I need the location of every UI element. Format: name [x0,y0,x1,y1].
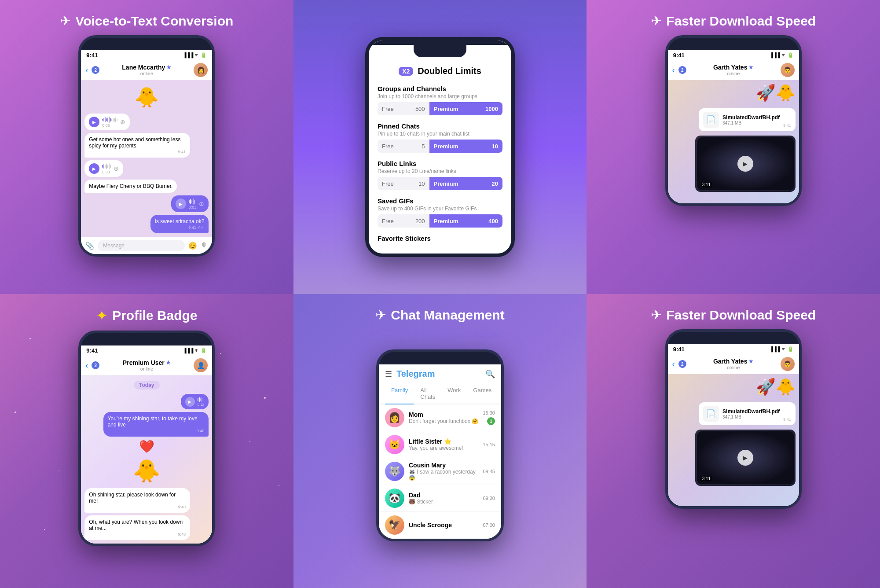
back-button-3[interactable]: ‹ [672,66,675,75]
avatar-cousin: 🐺 [385,462,404,481]
status-time-1: 9:41 [86,52,98,59]
limit-row-gifs: Saved GIFs Save up to 400 GIFs in your F… [378,197,502,228]
emoji-icon-1[interactable]: 😊 [188,242,197,250]
video-duration-3: 3:11 [700,182,712,187]
sticker-space-6: 🚀🐥 [671,378,796,396]
limit-bar-links: Free 10 Premium 20 [378,177,502,190]
chat-header-1: ‹ 2 Lane Mccarthy ★ online 👩 [81,60,212,80]
limit-bar-gifs: Free 200 Premium 400 [378,214,502,228]
chat-status-3: online [690,71,777,76]
pdf-info-3: SimulatedDwarfBH.pdf 347.1 MB [722,114,780,125]
sticker-duck-1: 🐥 [135,86,159,109]
limit-row-stickers: Favorite Stickers [378,235,502,242]
chat-item-mom[interactable]: 👩 Mom Don't forget your lunchbox 🤗 15:30… [379,404,501,431]
waveform-sent: 0:03 [189,198,197,209]
waveform-4: 0:12 [198,397,205,407]
play-button-2[interactable]: ▶ [89,163,99,174]
expand-icon-2: ⊕ [114,165,119,172]
tab-family[interactable]: Family [385,383,414,404]
msg-bubble-2: Maybe Fiery Cherry or BBQ Burner. [84,180,177,193]
limit-free-pinned: Free 5 [378,140,429,153]
status-icons-3: ▐▐▐ ᯤ 🔋 [770,52,794,58]
video-thumb-6: ▶ 3:11 [695,430,796,486]
chat-bg-3: 🚀🐥 📄 SimulatedDwarfBH.pdf 347.1 MB 9:41 … [668,80,799,203]
message-input-1[interactable]: Message [98,240,185,251]
mic-icon-1[interactable]: 🎙 [201,242,208,250]
phone-6: 9:41 ▐▐▐ ᯤ 🔋 ‹ 2 Garth Yates ★ online 👨 … [665,329,802,509]
telegram-icon-3: ✈ [651,13,662,29]
cell-4-title: Profile Badge [112,308,197,323]
limits-title: Doubled Limits [418,66,481,76]
status-bar-6: 9:41 ▐▐▐ ᯤ 🔋 [668,344,799,354]
cell-6-title: Faster Download Speed [666,308,816,323]
chat-item-uncle[interactable]: 🦅 Uncle Scrooge 07:00 [379,512,501,539]
limit-free-links: Free 10 [378,177,429,190]
pdf-icon-3: 📄 [703,112,719,128]
cell-faster-download-top: ✈ Faster Download Speed 9:41 ▐▐▐ ᯤ 🔋 ‹ 2… [587,0,880,294]
cell-profile-badge: ✦ Profile Badge 9:41 ▐▐▐ ᯤ 🔋 ‹ 2 Premium… [0,294,293,588]
meta-cousin: 09:45 [483,469,495,474]
chat-item-cousin[interactable]: 🐺 Cousin Mary 🦝 I saw a racoon yesterday… [379,458,501,485]
phone-1-screen: 9:41 ▐▐▐ ᯤ 🔋 ‹ 2 Lane Mccarthy ★ online … [81,50,212,254]
waveform-2: 0:03 [102,163,111,174]
heart-area: ❤️ [84,439,209,454]
avatar-dad: 🐼 [385,489,404,508]
play-video-btn-6[interactable]: ▶ [737,450,753,466]
limit-bar-groups: Free 500 Premium 1000 [378,102,502,115]
limit-label-pinned: Pinned Chats [378,122,502,130]
info-uncle: Uncle Scrooge [409,522,478,529]
cell-3-title: Faster Download Speed [666,14,816,29]
limit-label-links: Public Links [378,160,502,167]
chat-badge-3: 2 [678,66,686,74]
tab-games[interactable]: Games [467,383,498,404]
back-button-6[interactable]: ‹ [672,360,675,369]
play-voice-4[interactable]: ▶ [185,397,195,407]
meta-uncle: 07:00 [483,522,495,528]
video-thumb-3: ▶ 3:11 [695,136,796,192]
phone-3-screen: 9:41 ▐▐▐ ᯤ 🔋 ‹ 2 Garth Yates ★ online 👨 … [668,50,799,203]
today-badge-4: Today [134,381,159,390]
chat-user-info-4: Premium User ★ online [103,359,190,371]
status-icons-4: ▐▐▐ ᯤ 🔋 [183,348,207,353]
status-time-3: 9:41 [673,52,685,59]
meta-sister: 15:15 [483,442,495,447]
status-bar-1: 9:41 ▐▐▐ ᯤ 🔋 [81,50,212,60]
chat-item-sister[interactable]: 🐱 Little Sister ⭐ Yay, you are awesome! … [379,431,501,458]
menu-icon-5[interactable]: ☰ [385,369,392,379]
back-button-4[interactable]: ‹ [85,361,88,370]
premium-star-1: ★ [166,64,171,70]
chat-avatar-1: 👩 [194,63,208,77]
info-cousin: Cousin Mary 🦝 I saw a racoon yesterday 😨 [409,462,478,481]
msg-bubble-1: Get some hot ones and something less spi… [84,133,190,158]
tab-work[interactable]: Work [441,383,467,404]
chat-item-dad[interactable]: 🐼 Dad 🐻 Sticker 09:20 [379,485,501,512]
search-icon-5[interactable]: 🔍 [485,369,495,379]
info-dad: Dad 🐻 Sticker [409,492,478,505]
attachment-icon-1[interactable]: 📎 [85,242,94,250]
cell-3-title-area: ✈ Faster Download Speed [651,13,816,29]
chat-bg-4: Today ▶ 0:12 You're my s [81,375,212,544]
play-sent-1[interactable]: ▶ [176,198,186,209]
preview-dad: 🐻 Sticker [409,499,478,505]
meta-mom: 15:30 1 [483,410,495,425]
limit-sublabel-pinned: Pin up to 10 chats in your main chat lis… [378,131,502,137]
play-button-1[interactable]: ▶ [89,117,99,127]
name-sister: Little Sister ⭐ [409,438,478,445]
phone-3-notch [707,38,760,50]
heart-emoji: ❤️ [139,439,154,454]
voice-bubble-4: ▶ 0:12 [181,394,209,409]
phone-5-notch [414,352,466,364]
status-time-6: 9:41 [673,346,685,353]
limit-free-gifs: Free 200 [378,214,429,228]
phone-5: ☰ Telegram 🔍 Family All Chats Work Games… [376,349,504,541]
back-button-1[interactable]: ‹ [85,66,88,75]
tab-all-chats[interactable]: All Chats [414,383,441,404]
cell-4-title-area: ✦ Profile Badge [96,307,197,324]
chat-username-3: Garth Yates ★ [690,64,777,71]
waveform-1: 0:06 [102,116,117,128]
phone-1-notch [120,38,173,50]
play-video-btn-3[interactable]: ▶ [737,156,753,172]
phone-5-screen: ☰ Telegram 🔍 Family All Chats Work Games… [379,364,501,539]
premium-star-4: ★ [166,360,171,366]
preview-mom: Don't forget your lunchbox 🤗 [409,418,478,424]
